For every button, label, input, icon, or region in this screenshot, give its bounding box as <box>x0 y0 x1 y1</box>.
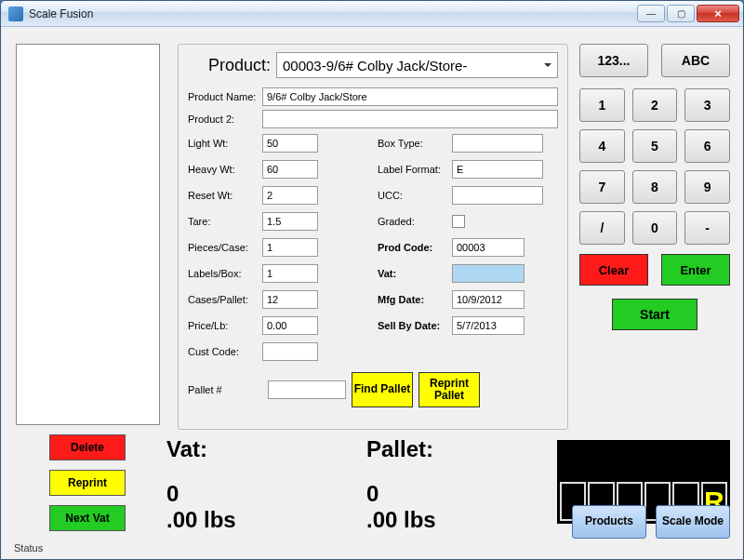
key-5[interactable]: 5 <box>632 129 678 163</box>
reprint-button[interactable]: Reprint <box>49 470 126 496</box>
reset-wt-input[interactable] <box>262 186 318 205</box>
vat-count: 0 <box>166 481 357 507</box>
key-slash[interactable]: / <box>579 211 625 245</box>
list-panel[interactable] <box>16 44 160 425</box>
box-type-label: Box Type: <box>378 138 452 149</box>
product2-input[interactable] <box>262 110 558 128</box>
client-area: Delete Reprint Next Vat Product: 00003-9… <box>1 27 743 559</box>
label-format-input[interactable] <box>452 160 543 179</box>
next-vat-button[interactable]: Next Vat <box>49 505 126 531</box>
graded-label: Graded: <box>378 216 452 227</box>
window-controls: — ▢ × <box>635 5 739 22</box>
key-7[interactable]: 7 <box>579 170 625 204</box>
sell-by-label: Sell By Date: <box>378 320 452 331</box>
prod-code-input[interactable] <box>452 238 525 257</box>
tare-label: Tare: <box>188 216 262 227</box>
key-1[interactable]: 1 <box>579 88 625 122</box>
product-combo-value: 00003-9/6# Colby Jack/Store- <box>283 58 467 73</box>
pallet-num-label: Pallet # <box>188 384 262 395</box>
vat-field-label: Vat: <box>378 268 452 279</box>
key-2[interactable]: 2 <box>632 88 678 122</box>
mfg-date-label: Mfg Date: <box>378 294 452 305</box>
keypad-panel: 123... ABC 1 2 3 4 5 6 7 8 9 / 0 - Clear… <box>579 44 730 330</box>
vat-weight: .00 lbs <box>166 507 357 533</box>
clear-button[interactable]: Clear <box>579 254 648 286</box>
status-bar: Status <box>14 542 43 553</box>
cust-code-label: Cust Code: <box>188 346 262 357</box>
labels-box-label: Labels/Box: <box>188 268 262 279</box>
labels-box-input[interactable] <box>262 264 318 283</box>
heavy-wt-label: Heavy Wt: <box>188 164 262 175</box>
light-wt-input[interactable] <box>262 134 318 153</box>
bottom-button-row: Products Scale Mode <box>572 505 730 539</box>
pallet-readout-label: Pallet: <box>366 436 557 462</box>
tare-input[interactable] <box>262 212 318 231</box>
window-title: Scale Fusion <box>29 7 635 20</box>
label-format-label: Label Format: <box>378 164 452 175</box>
product-name-input[interactable] <box>262 87 558 106</box>
product-name-label: Product Name: <box>188 91 262 102</box>
vat-input[interactable] <box>452 264 525 283</box>
price-lb-label: Price/Lb: <box>188 320 262 331</box>
key-8[interactable]: 8 <box>632 170 678 204</box>
app-window: Scale Fusion — ▢ × Delete Reprint Next V… <box>0 0 744 560</box>
graded-checkbox[interactable] <box>452 215 465 228</box>
ucc-label: UCC: <box>378 190 452 201</box>
mfg-date-input[interactable] <box>452 290 525 309</box>
pieces-case-input[interactable] <box>262 238 318 257</box>
reprint-pallet-button[interactable]: Reprint Pallet <box>418 372 480 407</box>
key-9[interactable]: 9 <box>684 170 730 204</box>
mode-abc-button[interactable]: ABC <box>661 44 730 77</box>
key-4[interactable]: 4 <box>579 129 625 163</box>
app-icon <box>8 7 23 21</box>
light-wt-label: Light Wt: <box>188 138 262 149</box>
reset-wt-label: Reset Wt: <box>188 190 262 201</box>
left-button-stack: Delete Reprint Next Vat <box>49 434 126 531</box>
product-form: Product: 00003-9/6# Colby Jack/Store- Pr… <box>178 44 568 430</box>
pieces-case-label: Pieces/Case: <box>188 242 262 253</box>
key-0[interactable]: 0 <box>632 211 678 245</box>
prod-code-label: Prod Code: <box>378 242 452 253</box>
sell-by-input[interactable] <box>452 316 525 335</box>
titlebar: Scale Fusion — ▢ × <box>1 1 743 27</box>
price-lb-input[interactable] <box>262 316 318 335</box>
key-6[interactable]: 6 <box>684 129 730 163</box>
find-pallet-button[interactable]: Find Pallet <box>352 372 413 407</box>
key-3[interactable]: 3 <box>684 88 730 122</box>
enter-button[interactable]: Enter <box>661 254 730 286</box>
pallet-num-input[interactable] <box>268 380 346 399</box>
pallet-count: 0 <box>366 481 557 507</box>
mode-123-button[interactable]: 123... <box>579 44 648 77</box>
cases-pallet-label: Cases/Pallet: <box>188 294 262 305</box>
key-dash[interactable]: - <box>684 211 730 245</box>
product-combo[interactable]: 00003-9/6# Colby Jack/Store- <box>276 52 558 78</box>
cust-code-input[interactable] <box>262 342 318 361</box>
start-button[interactable]: Start <box>612 299 698 330</box>
vat-readout-label: Vat: <box>166 436 357 462</box>
minimize-button[interactable]: — <box>637 5 665 22</box>
pallet-weight: .00 lbs <box>366 507 557 533</box>
cases-pallet-input[interactable] <box>262 290 318 309</box>
product-label: Product: <box>188 56 276 75</box>
heavy-wt-input[interactable] <box>262 160 318 179</box>
close-button[interactable]: × <box>697 5 739 22</box>
ucc-input[interactable] <box>452 186 543 205</box>
box-type-input[interactable] <box>452 134 543 153</box>
maximize-button[interactable]: ▢ <box>667 5 695 22</box>
readouts: Vat: 0 .00 lbs Pallet: 0 .00 lbs <box>166 436 557 533</box>
products-button[interactable]: Products <box>572 505 646 539</box>
delete-button[interactable]: Delete <box>49 434 126 460</box>
scale-mode-button[interactable]: Scale Mode <box>656 505 730 539</box>
product2-label: Product 2: <box>188 113 262 125</box>
